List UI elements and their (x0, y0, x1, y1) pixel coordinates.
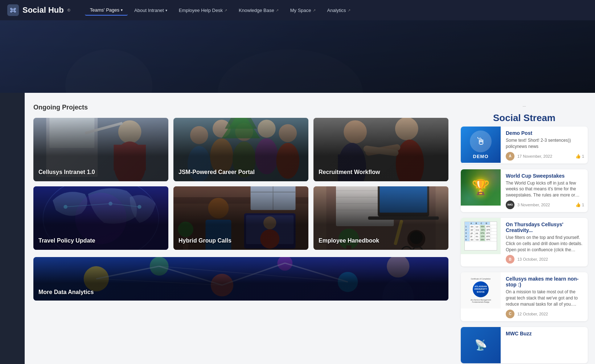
card-label-employee-handbook: Employee Hanedbook (319, 237, 379, 245)
project-grid: Cellusys Intranet 1.0 (33, 118, 448, 250)
bottom-preview-label: More Data Analytics (38, 289, 94, 295)
card-label-travel-policy: Travel Policy Update (38, 237, 95, 245)
stream-thumb-demo: 🖱 DEMO (461, 127, 501, 163)
content-area: Ongoing Projects Cellusys (25, 93, 457, 364)
svg-line-7 (12, 11, 12, 11)
spreadsheet-mini: A B C D 1 abc xyz 45% APR (464, 222, 497, 251)
svg-point-1 (11, 8, 12, 9)
project-card-jsm-career[interactable]: JSM-Powered Career Portal (173, 118, 308, 181)
card-label-recruitment: Recruitment Workflow (319, 169, 380, 176)
stream-likes: 👍 1 (575, 154, 584, 159)
external-link-icon: ↗ (224, 8, 227, 12)
svg-line-5 (12, 9, 12, 9)
card-label-hybrid-group: Hybrid Group Calls (178, 237, 231, 245)
thumbs-up-icon: 👍 (575, 202, 581, 207)
stream-post-title: World Cup Sweepstakes (506, 173, 584, 179)
stream-post-title: MWC Buzz (506, 331, 584, 336)
nav-item-teams-pages[interactable]: Teams' Pages ▾ (85, 5, 128, 16)
external-link-icon: ↗ (313, 8, 316, 12)
svg-point-3 (11, 11, 12, 12)
cursor-icon: 🖱 (476, 135, 486, 147)
stream-author-avatar: IMG (506, 200, 514, 209)
svg-line-8 (14, 11, 15, 11)
project-card-cellusys-intranet[interactable]: Cellusys Intranet 1.0 (33, 118, 168, 181)
stream-post-date: 13 October, 2022 (517, 257, 584, 261)
nav-item-my-space[interactable]: My Space ↗ (285, 5, 321, 15)
stream-post-worldcup[interactable]: 🏆 World Cup Sweepstakes The World Cup ki… (461, 169, 588, 212)
stream-meta: IMG 3 November, 2022 👍 1 (506, 200, 584, 209)
stream-content-worldcup: World Cup Sweepstakes The World Cup kick… (505, 169, 588, 212)
stream-thumb-cert: Certificate of Completion ATLASSIANUNIVE… (461, 272, 501, 309)
stream-post-title: Demo Post (506, 130, 584, 136)
social-stream-sidebar: ... Social Stream 🖱 DEMO Demo Post Some … (457, 93, 595, 364)
stream-post-mwc[interactable]: 📡 MWC Buzz (461, 327, 588, 363)
nav-item-knowledge-base[interactable]: Knowledge Base ↗ (234, 5, 284, 15)
demo-label: DEMO (473, 154, 489, 159)
stream-content-learn: Cellusys makes me learn non-stop :) On a… (505, 272, 588, 321)
nav-item-employee-help-desk[interactable]: Employee Help Desk ↗ (174, 5, 232, 15)
logo-icon (7, 4, 19, 16)
stream-post-demo[interactable]: 🖱 DEMO Demo Post Some text! Short! 2-3 s… (461, 127, 588, 164)
demo-circle: 🖱 (470, 131, 492, 152)
left-sidebar (0, 93, 25, 364)
stream-post-learn[interactable]: Certificate of Completion ATLASSIANUNIVE… (461, 272, 588, 321)
stream-author-avatar: B (506, 255, 514, 264)
main-container: Ongoing Projects Cellusys (0, 93, 595, 364)
svg-point-4 (14, 11, 16, 12)
stream-meta: A 17 November, 2022 👍 1 (506, 152, 584, 161)
stream-author-avatar: A (506, 152, 514, 161)
app-name: Social Hub (22, 5, 64, 15)
stream-post-date: 12 October, 2022 (517, 312, 584, 316)
stream-meta: C 12 October, 2022 (506, 310, 584, 318)
stream-post-excerpt: On a mission to take most out of the gre… (506, 289, 584, 307)
social-stream-title: Social Stream (461, 112, 588, 125)
project-card-recruitment[interactable]: Recruitment Workflow (313, 118, 448, 181)
trophy-icon: 🏆 (472, 179, 490, 196)
stream-post-date: 3 November, 2022 (517, 203, 573, 207)
external-link-icon: ↗ (348, 8, 350, 12)
stream-thumb-mwc: 📡 (461, 327, 501, 363)
app-superscript: © (67, 8, 70, 12)
stream-meta: B 13 October, 2022 (506, 255, 584, 264)
stream-post-title: Cellusys makes me learn non-stop :) (506, 276, 584, 288)
svg-line-6 (14, 9, 15, 9)
nav-item-analytics[interactable]: Analytics ↗ (322, 5, 356, 15)
svg-point-2 (14, 8, 16, 9)
project-card-hybrid-group[interactable]: Hybrid Group Calls (173, 186, 308, 250)
stream-content-mwc: MWC Buzz (505, 327, 588, 363)
stream-post-excerpt: Some text! Short! 2-3 sentences)) policy… (506, 137, 584, 150)
section-title-ongoing-projects: Ongoing Projects (33, 104, 448, 111)
atlassian-badge: ATLASSIANUNIVERSITYBADGE (473, 281, 489, 297)
stream-thumb-creativity: A B C D 1 abc xyz 45% APR (461, 218, 501, 254)
card-label-jsm-career: JSM-Powered Career Portal (178, 169, 255, 176)
hero-background (0, 20, 595, 93)
thumbs-up-icon: 👍 (575, 154, 581, 159)
stream-post-title: On Thursdays Cellusys' Creativity... (506, 222, 584, 233)
card-overlay (33, 257, 448, 301)
nav-links: Teams' Pages ▾ About Intranet ▾ Employee… (85, 5, 588, 16)
project-card-more-data-analytics[interactable]: More Data Analytics (33, 257, 448, 301)
mwc-icon: 📡 (475, 339, 487, 351)
external-link-icon: ↗ (276, 8, 279, 12)
app-logo[interactable]: Social Hub© (7, 4, 70, 16)
project-card-employee-handbook[interactable]: Employee Hanedbook (313, 186, 448, 250)
card-label-cellusys-intranet: Cellusys Intranet 1.0 (38, 169, 95, 176)
stream-post-creativity[interactable]: A B C D 1 abc xyz 45% APR (461, 218, 588, 266)
chevron-down-icon: ▾ (165, 8, 167, 12)
stream-post-excerpt: The World Cup kicks off in just a few we… (506, 180, 584, 198)
stream-content-creativity: On Thursdays Cellusys' Creativity... Use… (505, 218, 588, 266)
stream-content-demo: Demo Post Some text! Short! 2-3 sentence… (505, 127, 588, 164)
cert-subtitle: Jira Service ManagementFundamentals Badg… (471, 299, 491, 303)
stream-author-avatar: C (506, 310, 514, 318)
stream-post-date: 17 November, 2022 (517, 154, 573, 158)
cert-title: Certificate of Completion (471, 278, 491, 280)
stream-likes: 👍 1 (575, 202, 584, 207)
nav-item-about-intranet[interactable]: About Intranet ▾ (129, 5, 172, 15)
top-navigation: Social Hub© Teams' Pages ▾ About Intrane… (0, 0, 595, 20)
stream-post-excerpt: Use filters on the top and find yourself… (506, 235, 584, 253)
project-card-travel-policy[interactable]: Travel Policy Update (33, 186, 168, 250)
chevron-down-icon: ▾ (121, 8, 123, 12)
social-stream-subtitle: ... (522, 103, 526, 107)
stream-thumb-worldcup: 🏆 (461, 169, 501, 206)
